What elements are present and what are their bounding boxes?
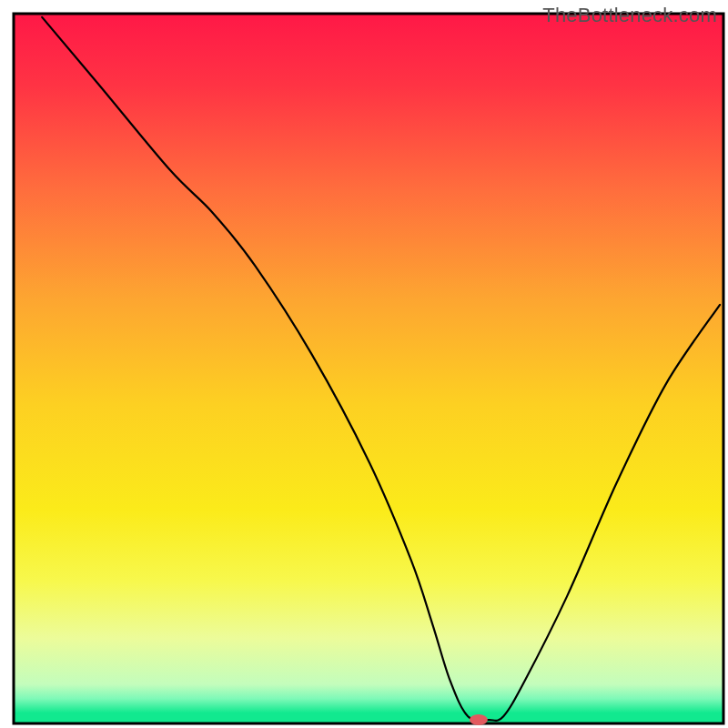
watermark-text: TheBottleneck.com: [542, 4, 717, 27]
chart-svg: [0, 0, 728, 728]
bottleneck-chart: TheBottleneck.com: [0, 0, 728, 728]
plot-background: [14, 14, 723, 723]
optimal-point-marker: [470, 714, 488, 725]
